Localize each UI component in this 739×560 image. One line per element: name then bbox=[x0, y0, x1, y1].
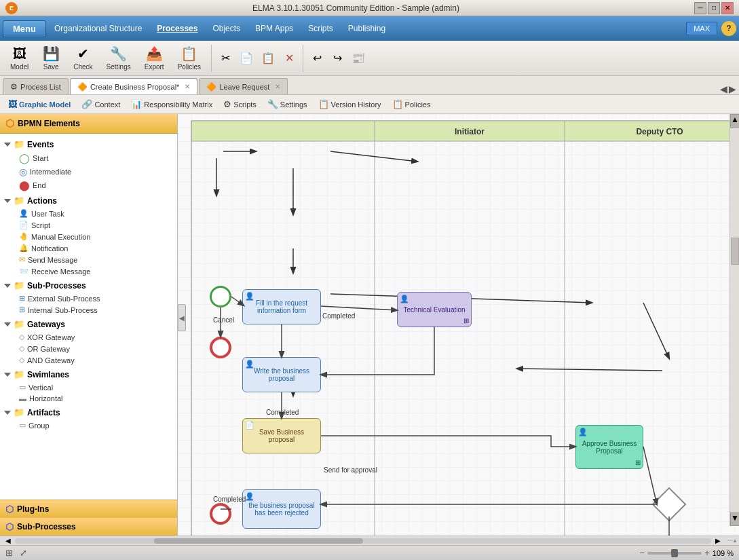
intermediate-label: Intermediate bbox=[30, 168, 71, 176]
task-approve-proposal[interactable]: 👤 Approve Business Proposal ⊞ bbox=[575, 425, 643, 469]
task-fill-form[interactable]: 👤 Fill in the request information form bbox=[242, 289, 321, 324]
toolbar-undo[interactable]: ↩ bbox=[307, 50, 326, 67]
task-write-proposal[interactable]: 👤 Write the business proposal bbox=[242, 357, 321, 392]
end-event-2[interactable] bbox=[210, 503, 231, 525]
nav-processes[interactable]: Processes bbox=[150, 21, 204, 36]
horizontal-label: Horizontal bbox=[29, 394, 63, 403]
nav-bpm-apps[interactable]: BPM Apps bbox=[248, 21, 300, 36]
context-icon: 🔗 bbox=[81, 99, 92, 109]
toolbar-settings[interactable]: 🔧 Settings bbox=[100, 43, 137, 73]
check-label: Check bbox=[73, 63, 92, 71]
nav-scripts[interactable]: Scripts bbox=[301, 21, 340, 36]
tree-item-user-task[interactable]: 👤 User Task bbox=[0, 208, 177, 219]
sec-scripts[interactable]: ⚙ Scripts bbox=[219, 98, 261, 111]
sec-context[interactable]: 🔗 Context bbox=[77, 98, 124, 111]
nav-publishing[interactable]: Publishing bbox=[341, 21, 392, 36]
maximize-button[interactable]: □ bbox=[708, 2, 720, 14]
tab-next-icon[interactable]: ▶ bbox=[729, 83, 736, 94]
toolbar-save[interactable]: 💾 Save bbox=[36, 43, 66, 73]
swimlanes-header[interactable]: 📁 Swimlanes bbox=[0, 367, 177, 381]
tree-item-notification[interactable]: 🔔 Notification bbox=[0, 242, 177, 254]
toolbar-redo[interactable]: ↪ bbox=[328, 50, 347, 67]
sub-processes-panel[interactable]: ⬡ Sub-Processes bbox=[0, 518, 177, 536]
tree-item-send-message[interactable]: ✉ Send Message bbox=[0, 254, 177, 265]
scroll-right-btn[interactable]: ▶ bbox=[711, 537, 725, 544]
sec-responsibility[interactable]: 📊 Responsibility Matrix bbox=[127, 98, 216, 111]
scrollbar-thumb[interactable] bbox=[154, 538, 363, 544]
toolbar-copy[interactable]: 📄 bbox=[236, 50, 257, 67]
sec-graphic-model[interactable]: 🖼 Graphic Model bbox=[4, 98, 75, 111]
tree-item-and-gateway[interactable]: ◇ AND Gateway bbox=[0, 354, 177, 366]
help-button[interactable]: ? bbox=[721, 21, 736, 36]
grid-icon[interactable]: ⊞ bbox=[5, 548, 13, 558]
plug-ins-panel[interactable]: ⬡ Plug-Ins bbox=[0, 500, 177, 518]
tab-process-list[interactable]: ⚙ Process List bbox=[3, 78, 69, 94]
toolbar-policies[interactable]: 📋 Policies bbox=[172, 43, 207, 73]
zoom-out-btn[interactable]: − bbox=[640, 548, 645, 558]
tree-item-end[interactable]: ⬤ End bbox=[0, 179, 177, 192]
actions-header[interactable]: 📁 Actions bbox=[0, 193, 177, 208]
tree-item-intermediate[interactable]: ◎ Intermediate bbox=[0, 165, 177, 179]
tree-item-internal-subprocess[interactable]: ⊞ Internal Sub-Process bbox=[0, 304, 177, 316]
toolbar-check[interactable]: ✔ Check bbox=[67, 43, 98, 73]
tab-bar: ⚙ Process List 🔶 Create Business Proposa… bbox=[0, 76, 739, 95]
tab-prev-icon[interactable]: ◀ bbox=[720, 83, 727, 94]
max-button[interactable]: MAX bbox=[686, 22, 717, 35]
tab-nav[interactable]: ◀ ▶ bbox=[720, 83, 736, 94]
task-save-proposal[interactable]: 📄 Save Business proposal bbox=[242, 418, 321, 453]
sec-settings[interactable]: 🔧 Settings bbox=[263, 98, 311, 111]
sub-processes-header[interactable]: 📁 Sub-Processes bbox=[0, 278, 177, 293]
close-create-bp-tab[interactable]: ✕ bbox=[185, 83, 190, 90]
toolbar-paste[interactable]: 📋 bbox=[258, 50, 278, 67]
export-label: Export bbox=[145, 63, 164, 71]
vertical-scrollbar[interactable]: ▲ ▼ bbox=[729, 114, 739, 526]
tab-leave-request[interactable]: 🔶 Leave Request ✕ bbox=[199, 78, 288, 94]
scroll-down-btn[interactable]: ▼ bbox=[730, 512, 739, 526]
tree-item-start[interactable]: ◯ Start bbox=[0, 151, 177, 165]
copy-icon: 📄 bbox=[240, 52, 253, 64]
tree-item-receive-message[interactable]: 📨 Receive Message bbox=[0, 265, 177, 277]
tree-item-vertical[interactable]: ▭ Vertical bbox=[0, 381, 177, 393]
toolbar-export[interactable]: 📤 Export bbox=[138, 43, 170, 73]
menu-button[interactable]: Menu bbox=[3, 20, 46, 37]
tab-create-business-proposal[interactable]: 🔶 Create Business Proposal* ✕ bbox=[70, 78, 197, 94]
events-header[interactable]: 📁 Events bbox=[0, 137, 177, 151]
app-title: ELMA 3.10.1.30051 Community Edition - Sa… bbox=[18, 3, 694, 13]
minimize-button[interactable]: ─ bbox=[694, 2, 706, 14]
resize-icon[interactable]: ⤢ bbox=[20, 548, 27, 558]
canvas-area[interactable]: ◀ Initiator Deputy CTO Chief Commercial bbox=[178, 114, 739, 536]
task-technical-eval[interactable]: 👤 Technical Evaluation ⊞ bbox=[397, 292, 472, 327]
toolbar-clone[interactable]: 📰 bbox=[348, 50, 368, 67]
tree-item-group[interactable]: ▭ Group bbox=[0, 419, 177, 431]
tree-item-or-gateway[interactable]: ◇ OR Gateway bbox=[0, 343, 177, 354]
sec-policies[interactable]: 📋 Policies bbox=[388, 98, 435, 111]
scroll-left-btn[interactable]: ◀ bbox=[1, 537, 15, 544]
nav-organizational-structure[interactable]: Organizational Structure bbox=[48, 21, 149, 36]
nav-objects[interactable]: Objects bbox=[206, 21, 247, 36]
gateway-diamond[interactable] bbox=[652, 487, 687, 522]
resize-triangle-up[interactable]: ▲ bbox=[732, 538, 738, 544]
start-event[interactable] bbox=[210, 286, 231, 307]
scroll-up-btn[interactable]: ▲ bbox=[730, 114, 739, 128]
tree-item-script[interactable]: 📄 Script bbox=[0, 219, 177, 231]
horizontal-scrollbar[interactable]: ◀ ▶ ⋯ ▲ bbox=[0, 536, 739, 545]
tree-item-horizontal[interactable]: ▬ Horizontal bbox=[0, 393, 177, 404]
tree-item-external-subprocess[interactable]: ⊞ External Sub-Process bbox=[0, 293, 177, 304]
close-leave-req-tab[interactable]: ✕ bbox=[275, 83, 280, 90]
zoom-slider[interactable] bbox=[647, 552, 702, 555]
toolbar-model[interactable]: 🖼 Model bbox=[4, 43, 35, 73]
artifacts-header[interactable]: 📁 Artifacts bbox=[0, 405, 177, 419]
zoom-thumb[interactable] bbox=[671, 549, 678, 557]
end-event-1[interactable] bbox=[210, 337, 231, 358]
task-rejected[interactable]: 👤 the business proposal has been rejecte… bbox=[242, 489, 321, 529]
tree-item-xor-gateway[interactable]: ◇ XOR Gateway bbox=[0, 331, 177, 343]
toolbar-cut[interactable]: ✂ bbox=[216, 50, 235, 67]
toolbar-delete[interactable]: ✕ bbox=[280, 50, 299, 67]
zoom-in-btn[interactable]: + bbox=[704, 548, 710, 558]
scroll-thumb[interactable] bbox=[731, 238, 739, 265]
sec-version-history[interactable]: 📋 Version History bbox=[314, 98, 385, 111]
gateways-header[interactable]: 📁 Gateways bbox=[0, 317, 177, 331]
scripts-icon: ⚙ bbox=[223, 99, 231, 109]
close-button[interactable]: ✕ bbox=[721, 2, 734, 14]
tree-item-manual-execution[interactable]: 🤚 Manual Execution bbox=[0, 231, 177, 242]
